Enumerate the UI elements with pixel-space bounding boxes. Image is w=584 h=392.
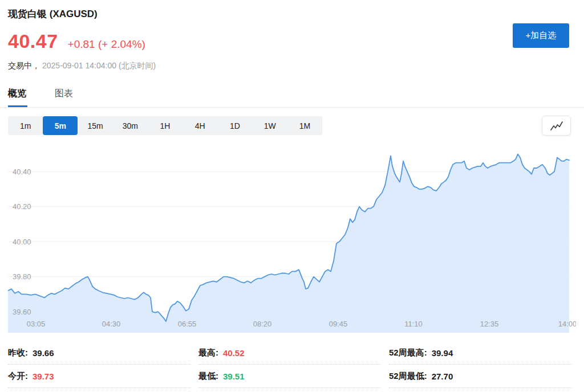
svg-text:12:35: 12:35 — [480, 320, 499, 328]
interval-1d[interactable]: 1D — [217, 116, 252, 135]
stat-value: 27.70 — [432, 371, 453, 381]
stat-value: 39.73 — [33, 371, 54, 381]
svg-text:40.40: 40.40 — [13, 168, 31, 176]
stats-grid: 昨收: 39.66 最高: 40.52 52周最高: 39.94 今开: 39.… — [8, 341, 571, 388]
svg-text:08:20: 08:20 — [253, 320, 272, 328]
stat-label: 52周最低: — [389, 371, 427, 382]
stat-day-high: 最高: 40.52 — [198, 341, 381, 365]
svg-text:03:05: 03:05 — [27, 320, 46, 328]
stat-value: 39.66 — [33, 348, 54, 358]
interval-1h[interactable]: 1H — [148, 116, 182, 135]
instrument-title: 现货白银 (XAGUSD) — [8, 7, 571, 21]
interval-15m[interactable]: 15m — [78, 116, 112, 135]
price-chart[interactable]: 40.4040.2040.0039.8039.6003:0504:3006:55… — [8, 143, 576, 333]
price-change: +0.81 (+ 2.04%) — [68, 38, 145, 51]
stat-value: 39.94 — [432, 348, 453, 358]
svg-text:06:55: 06:55 — [178, 320, 197, 328]
quote-header: 现货白银 (XAGUSD) 40.47 +0.81 (+ 2.04%) 交易中，… — [0, 0, 584, 71]
price-row: 40.47 +0.81 (+ 2.04%) — [8, 30, 571, 52]
stat-label: 52周最高: — [389, 348, 427, 358]
interval-5m[interactable]: 5m — [43, 116, 78, 135]
tab-overview-label: 概览 — [8, 88, 26, 98]
tab-chart[interactable]: 图表 — [55, 88, 73, 107]
interval-1m[interactable]: 1m — [8, 116, 43, 135]
interval-4h[interactable]: 4H — [182, 116, 217, 135]
svg-text:40.20: 40.20 — [13, 202, 31, 211]
stat-prev-close: 昨收: 39.66 — [8, 341, 190, 365]
stat-52w-low: 52周最低: 27.70 — [389, 365, 571, 388]
tab-chart-label: 图表 — [55, 88, 73, 98]
chart-type-button[interactable] — [542, 116, 571, 136]
svg-text:39.80: 39.80 — [13, 272, 31, 281]
stat-value: 40.52 — [223, 348, 245, 358]
line-chart-icon — [549, 120, 564, 132]
svg-text:09:45: 09:45 — [329, 320, 348, 328]
interval-1m-month[interactable]: 1M — [287, 116, 322, 135]
svg-text:14:00: 14:00 — [558, 320, 576, 328]
current-price: 40.47 — [8, 30, 58, 52]
stat-value: 39.51 — [223, 371, 245, 381]
stat-label: 今开: — [8, 371, 28, 382]
interval-selector: 1m 5m 15m 30m 1H 4H 1D 1W 1M — [8, 116, 322, 135]
interval-30m[interactable]: 30m — [113, 116, 148, 135]
trading-status: 交易中， — [8, 61, 40, 70]
add-watchlist-button[interactable]: +加自选 — [513, 23, 569, 48]
interval-1w[interactable]: 1W — [253, 116, 287, 135]
stat-label: 最高: — [198, 348, 218, 358]
chart-toolbar: 1m 5m 15m 30m 1H 4H 1D 1W 1M — [8, 116, 571, 136]
stat-label: 最低: — [198, 371, 218, 382]
svg-text:11:10: 11:10 — [404, 320, 423, 328]
stat-day-low: 最低: 39.51 — [198, 365, 381, 388]
tab-bar: 概览 图表 — [0, 88, 584, 108]
stat-label: 昨收: — [8, 348, 28, 358]
price-chart-canvas[interactable]: 40.4040.2040.0039.8039.6003:0504:3006:55… — [8, 143, 576, 333]
quote-timestamp: 2025-09-01 14:04:00 (北京时间) — [42, 61, 156, 70]
tab-overview[interactable]: 概览 — [8, 88, 26, 107]
stat-52w-high: 52周最高: 39.94 — [389, 341, 571, 365]
status-row: 交易中，2025-09-01 14:04:00 (北京时间) — [8, 61, 571, 71]
svg-text:04:30: 04:30 — [102, 320, 121, 328]
svg-text:40.00: 40.00 — [13, 238, 31, 246]
svg-text:39.60: 39.60 — [13, 308, 31, 316]
stat-open: 今开: 39.73 — [8, 365, 190, 388]
